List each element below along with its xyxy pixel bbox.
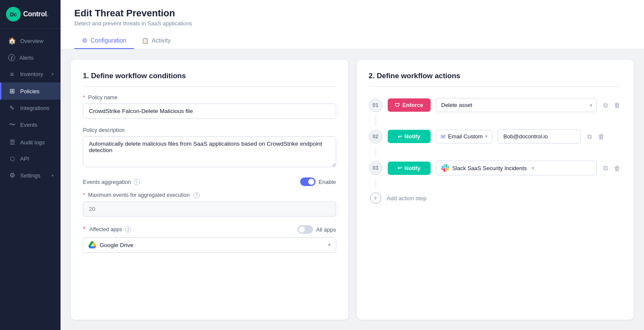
sidebar: Dc Control. 🏠 Overview i Alerts ≡ Invent… (0, 0, 61, 330)
app-select-chevron-icon: ▾ (328, 242, 331, 248)
step-connector-line (376, 116, 376, 126)
step-01-delete-button[interactable]: 🗑 (613, 100, 622, 110)
step-02: 02 ↩ Notify ✉ Email Custom ▾ (369, 126, 622, 147)
policy-desc-label: Policy description (83, 127, 336, 133)
api-icon: ⬡ (8, 156, 16, 162)
step-02-email-input[interactable] (498, 129, 581, 144)
logo-icon: Dc (6, 7, 21, 21)
activity-tab-icon: 📋 (142, 37, 149, 44)
max-events-group: * Maximum events for aggregated executio… (83, 192, 336, 217)
step-03-delete-button[interactable]: 🗑 (613, 163, 622, 173)
step-connector-line-3 (376, 179, 376, 189)
inventory-icon: ≡ (8, 70, 16, 78)
affected-apps-group: * Affected apps i All apps (83, 225, 336, 253)
enable-label: Enable (319, 179, 336, 185)
inventory-chevron-icon: ▾ (52, 72, 54, 76)
step-03-wrapper: 03 ↩ Notify (369, 157, 622, 189)
step-03-copy-button[interactable]: ⧉ (602, 163, 609, 173)
content-area: 1. Define workflow conditions * Policy n… (61, 49, 644, 330)
google-drive-icon (88, 241, 96, 249)
max-events-info-icon[interactable]: ? (193, 192, 200, 199)
sidebar-item-inventory[interactable]: ≡ Inventory ▾ (0, 66, 61, 82)
step-02-notify-button[interactable]: ↩ Notify (388, 130, 431, 143)
policy-desc-textarea[interactable]: Automatically delete malicious files fro… (83, 136, 336, 167)
all-apps-toggle[interactable] (298, 225, 313, 234)
step-03-notify-button[interactable]: ↩ Notify (388, 162, 431, 175)
sidebar-item-integrations[interactable]: ✎ Integrations (0, 100, 61, 116)
step-connector-line-2 (376, 147, 376, 157)
alerts-icon: i (8, 54, 15, 61)
left-section-title: 1. Define workflow conditions (83, 72, 336, 87)
settings-chevron-icon: ▾ (52, 173, 54, 178)
max-events-input[interactable] (83, 202, 336, 217)
action-steps: 01 🛡 Enforce Delete asset ▾ (369, 95, 622, 204)
step-02-delete-button[interactable]: 🗑 (597, 131, 606, 142)
step-03-number: 03 (369, 161, 383, 175)
max-events-label: * Maximum events for aggregated executio… (83, 192, 336, 199)
notify-2-icon: ↩ (398, 165, 402, 171)
step-03: 03 ↩ Notify (369, 157, 622, 179)
configuration-tab-icon: ⚙ (82, 37, 88, 44)
tab-configuration[interactable]: ⚙ Configuration (74, 33, 134, 49)
all-apps-label: All apps (316, 226, 336, 233)
step-02-copy-button[interactable]: ⧉ (586, 131, 593, 142)
right-panel: 2. Define workflow actions 01 🛡 Enforce (357, 60, 634, 320)
step-02-email-channel[interactable]: ✉ Email Custom ▾ (436, 130, 493, 144)
logo-text: Control. (23, 10, 49, 18)
sidebar-nav: 🏠 Overview i Alerts ≡ Inventory ▾ ⊞ Poli… (0, 32, 61, 330)
sidebar-item-policies[interactable]: ⊞ Policies (0, 82, 61, 100)
affected-apps-label: Affected apps (89, 226, 122, 232)
step-01-wrapper: 01 🛡 Enforce Delete asset ▾ (369, 95, 622, 126)
events-icon: 〜 (8, 121, 16, 129)
affected-apps-info-icon[interactable]: i (125, 226, 131, 232)
sidebar-item-settings[interactable]: ⚙ Settings ▾ (0, 167, 61, 184)
policy-name-group: * Policy name (83, 95, 336, 119)
events-aggregation-toggle[interactable] (300, 177, 316, 186)
step-02-number: 02 (369, 130, 383, 144)
step-01-enforce-button[interactable]: 🛡 Enforce (388, 98, 431, 112)
sidebar-item-events[interactable]: 〜 Events (0, 116, 61, 134)
sidebar-item-api[interactable]: ⬡ API (0, 151, 61, 167)
step-01-copy-button[interactable]: ⧉ (602, 100, 609, 110)
email-icon: ✉ (440, 133, 446, 140)
step-02-wrapper: 02 ↩ Notify ✉ Email Custom ▾ (369, 126, 622, 157)
right-section-title: 2. Define workflow actions (369, 72, 622, 87)
policy-desc-group: Policy description Automatically delete … (83, 127, 336, 169)
audit-logs-icon: ☰ (8, 138, 16, 146)
left-panel: 1. Define workflow conditions * Policy n… (71, 60, 348, 320)
step-01: 01 🛡 Enforce Delete asset ▾ (369, 95, 622, 116)
main-content: Edit Threat Prevention Detect and preven… (61, 0, 644, 330)
slack-icon (441, 164, 449, 172)
tab-activity[interactable]: 📋 Activity (134, 33, 178, 49)
step-03-slack-channel[interactable]: Slack SaaS Security Incidents ▾ (436, 161, 597, 175)
logo: Dc Control. (0, 0, 61, 29)
selected-app-name: Google Drive (100, 242, 134, 248)
settings-icon: ⚙ (8, 171, 16, 179)
add-step-label[interactable]: Add action step (387, 195, 427, 202)
policies-icon: ⊞ (8, 87, 16, 95)
step-01-action-select[interactable]: Delete asset (436, 98, 597, 112)
sidebar-item-audit-logs[interactable]: ☰ Audit logs (0, 134, 61, 151)
policy-name-input[interactable] (83, 104, 336, 119)
page-subtitle: Detect and prevent threats in SaaS appli… (74, 20, 630, 27)
events-aggregation-info-icon[interactable]: i (134, 179, 140, 185)
step-01-number: 01 (369, 98, 383, 112)
add-action-step-button[interactable]: + (370, 192, 381, 204)
sidebar-item-overview[interactable]: 🏠 Overview (0, 32, 61, 49)
page-header: Edit Threat Prevention Detect and preven… (61, 0, 644, 49)
integrations-icon: ✎ (8, 104, 16, 111)
notify-icon: ↩ (398, 134, 402, 140)
tabs: ⚙ Configuration 📋 Activity (74, 33, 630, 49)
home-icon: 🏠 (8, 37, 16, 45)
events-aggregation-label: Events aggregation (83, 179, 131, 185)
slack-chevron-icon: ▾ (532, 165, 535, 171)
email-chip-chevron-icon: ▾ (485, 134, 488, 139)
app-select-dropdown[interactable]: Google Drive ▾ (83, 237, 336, 253)
page-title: Edit Threat Prevention (74, 8, 630, 19)
sidebar-item-alerts[interactable]: i Alerts (0, 49, 61, 66)
events-aggregation-row: Events aggregation i Enable (83, 177, 336, 186)
policy-name-label: * Policy name (83, 95, 336, 101)
add-step-row: + Add action step (369, 189, 622, 204)
enforce-icon: 🛡 (395, 102, 400, 108)
